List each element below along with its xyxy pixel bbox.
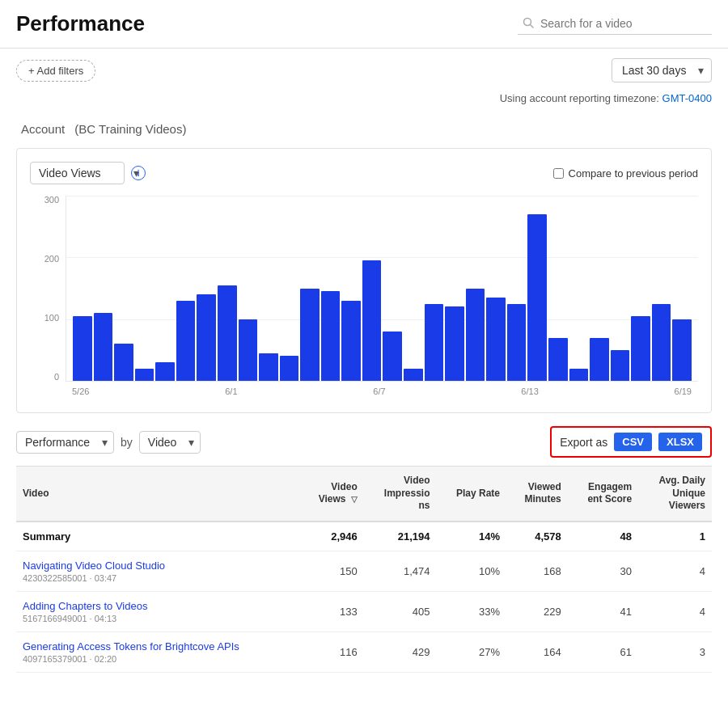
row1-play-rate: 10% xyxy=(437,551,506,591)
compare-checkbox[interactable]: Compare to previous period xyxy=(553,167,698,180)
bars-container xyxy=(66,196,698,381)
svg-line-1 xyxy=(531,24,534,27)
video-cell-1: Navigating Video Cloud Studio 4230322585… xyxy=(16,551,300,591)
date-range-wrapper: Last 7 days Last 30 days Last 90 days Cu… xyxy=(612,58,712,82)
bar-0 xyxy=(73,316,92,381)
bar-27 xyxy=(631,316,650,381)
bar-3 xyxy=(135,369,154,381)
video-meta-1: 4230322585001 · 03:47 xyxy=(23,573,294,583)
bar-10 xyxy=(280,356,299,381)
table-header-row: Video VideoViews ▽ VideoImpressions Play… xyxy=(16,467,712,522)
y-label-0: 0 xyxy=(30,373,59,382)
x-label-61: 6/1 xyxy=(225,386,237,396)
timezone-link[interactable]: GMT-0400 xyxy=(662,92,712,104)
add-filters-button[interactable]: + Add filters xyxy=(16,60,95,82)
video-meta-2: 5167166949001 · 04:13 xyxy=(23,614,294,623)
x-label-526: 5/26 xyxy=(72,386,89,396)
row3-viewed-minutes: 164 xyxy=(506,631,568,672)
summary-play-rate: 14% xyxy=(437,522,506,551)
summary-views: 2,946 xyxy=(300,522,364,551)
table-row: Adding Chapters to Videos 5167166949001 … xyxy=(16,591,712,631)
row1-avg-daily: 4 xyxy=(638,551,712,591)
y-label-100: 100 xyxy=(30,314,59,323)
row2-impressions: 405 xyxy=(364,591,437,631)
bar-13 xyxy=(341,301,361,381)
compare-checkbox-input[interactable] xyxy=(553,168,564,179)
page-title: Performance xyxy=(16,11,145,36)
row1-engagement-score: 30 xyxy=(568,551,638,591)
bar-4 xyxy=(155,362,175,381)
export-area: Export as CSV XLSX xyxy=(550,426,712,458)
video-link-2[interactable]: Adding Chapters to Videos xyxy=(23,600,147,612)
bar-chart-area: 300 200 100 0 5/26 6/1 6/7 6/13 6/19 xyxy=(30,196,698,406)
video-cell-3: Generating Access Tokens for Brightcove … xyxy=(16,631,300,672)
row2-play-rate: 33% xyxy=(437,591,506,631)
metric-select-wrapper: Video Views i xyxy=(30,162,146,184)
bar-20 xyxy=(486,298,506,381)
bar-11 xyxy=(300,289,320,382)
bar-14 xyxy=(362,260,382,381)
metric-dropdown[interactable]: Performance xyxy=(16,431,114,454)
date-range-select[interactable]: Last 7 days Last 30 days Last 90 days Cu… xyxy=(612,58,712,82)
row2-viewed-minutes: 229 xyxy=(506,591,568,631)
row1-views: 150 xyxy=(300,551,364,591)
col-avg-daily: Avg. DailyUniqueViewers xyxy=(638,467,712,522)
summary-row: Summary 2,946 21,194 14% 4,578 48 1 xyxy=(16,522,712,551)
bar-7 xyxy=(218,285,237,381)
video-link-1[interactable]: Navigating Video Cloud Studio xyxy=(23,560,165,572)
video-meta-3: 4097165379001 · 02:20 xyxy=(23,654,294,664)
filter-row: + Add filters Last 7 days Last 30 days L… xyxy=(0,49,728,92)
search-icon xyxy=(523,17,534,31)
bar-12 xyxy=(321,291,341,381)
video-link-3[interactable]: Generating Access Tokens for Brightcove … xyxy=(23,640,239,653)
chart-inner xyxy=(66,196,698,382)
table-row: Navigating Video Cloud Studio 4230322585… xyxy=(16,551,712,591)
dimension-dropdown[interactable]: Video xyxy=(139,431,201,454)
col-views: VideoViews ▽ xyxy=(300,467,364,522)
info-icon[interactable]: i xyxy=(131,166,146,180)
timezone-row: Using account reporting timezone: GMT-04… xyxy=(0,92,728,111)
y-axis-labels: 300 200 100 0 xyxy=(30,196,59,382)
row3-views: 116 xyxy=(300,631,364,672)
col-viewed-minutes: ViewedMinutes xyxy=(506,467,568,522)
bar-5 xyxy=(176,301,196,381)
row3-avg-daily: 3 xyxy=(638,631,712,672)
row1-impressions: 1,474 xyxy=(364,551,437,591)
summary-label: Summary xyxy=(16,522,300,551)
sort-icon: ▽ xyxy=(351,495,358,504)
row2-engagement-score: 41 xyxy=(568,591,638,631)
summary-engagement-score: 48 xyxy=(568,522,638,551)
col-video: Video xyxy=(16,467,300,522)
bar-1 xyxy=(94,313,113,381)
metric-select[interactable]: Video Views xyxy=(30,162,125,184)
table-selects: Performance by Video xyxy=(16,431,201,454)
bar-16 xyxy=(404,369,423,381)
dimension-dropdown-wrapper: Video xyxy=(139,431,201,454)
bar-24 xyxy=(569,369,589,381)
bar-2 xyxy=(114,344,133,381)
bar-23 xyxy=(548,338,568,381)
table-row: Generating Access Tokens for Brightcove … xyxy=(16,631,712,672)
chart-controls: Video Views i Compare to previous period xyxy=(30,162,698,184)
bar-6 xyxy=(197,294,216,381)
video-cell-2: Adding Chapters to Videos 5167166949001 … xyxy=(16,591,300,631)
col-impressions: VideoImpressions xyxy=(364,467,437,522)
export-label: Export as xyxy=(560,436,607,449)
col-play-rate: Play Rate xyxy=(437,467,506,522)
y-label-300: 300 xyxy=(30,196,59,205)
row2-avg-daily: 4 xyxy=(638,591,712,631)
table-head: Video VideoViews ▽ VideoImpressions Play… xyxy=(16,467,712,522)
table-body: Summary 2,946 21,194 14% 4,578 48 1 Navi… xyxy=(16,522,712,673)
search-input[interactable] xyxy=(540,17,707,30)
export-csv-button[interactable]: CSV xyxy=(614,433,652,451)
bar-18 xyxy=(445,306,464,381)
table-controls: Performance by Video Export as CSV XLSX xyxy=(16,426,712,458)
export-xlsx-button[interactable]: XLSX xyxy=(658,433,702,451)
x-label-619: 6/19 xyxy=(675,386,692,396)
bar-22 xyxy=(527,214,547,381)
row3-impressions: 429 xyxy=(364,631,437,672)
metric-dropdown-wrapper: Performance xyxy=(16,431,114,454)
page-header: Performance xyxy=(0,0,728,49)
search-box[interactable] xyxy=(518,14,712,35)
bar-25 xyxy=(590,338,609,381)
